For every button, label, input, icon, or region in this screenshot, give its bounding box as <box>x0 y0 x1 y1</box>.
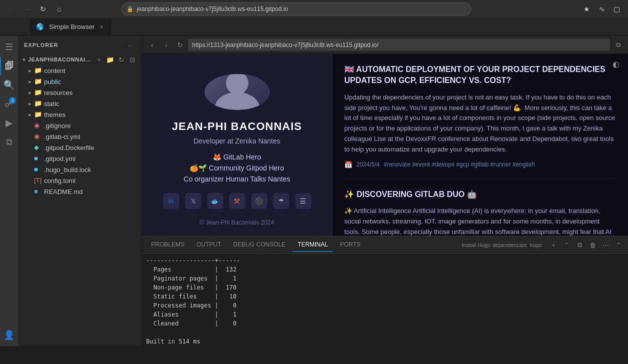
blog-post-1: 🇬🇧 AUTOMATIC DEPLOYMENT OF YOUR PROJECT … <box>344 64 616 179</box>
post-1-body: Updating the dependencies of your projec… <box>344 92 616 155</box>
profile-badges: 🦊 GitLab Hero 🍊🌱 Community Gitpod Hero C… <box>184 153 290 183</box>
collapse-all-button[interactable]: ⊟ <box>127 54 138 65</box>
terminal-actions: Install Hugo dependencies: hugo + ⌃ ⧉ 🗑 … <box>462 240 624 250</box>
blog-link[interactable]: ☰ <box>295 193 311 209</box>
theme-toggle-button[interactable]: ◐ <box>610 58 622 70</box>
terminal-tab-debug-console[interactable]: DEBUG CONSOLE <box>228 238 291 252</box>
tree-item-content[interactable]: ► 📁 content <box>18 65 142 76</box>
extensions-button[interactable]: ▢ <box>610 2 624 16</box>
folder-arrow-icon: ► <box>26 100 34 108</box>
terminal-tab-problems[interactable]: PROBLEMS <box>146 238 190 252</box>
chrome-right-buttons: ★ ∿ ▢ <box>580 2 624 16</box>
profile-title: Developer at Zenika Nantes <box>194 137 281 145</box>
chrome-refresh-button[interactable]: ↻ <box>36 2 50 16</box>
tree-label-content: content <box>44 67 138 74</box>
gitpod-yml-icon: ■ <box>34 154 42 162</box>
activity-search-button[interactable]: 🔍 <box>0 76 18 94</box>
rss-button[interactable]: ∿ <box>595 2 609 16</box>
tree-item-readme[interactable]: ► ■ README.md <box>18 186 142 197</box>
avatar-image <box>205 74 270 110</box>
tree-label-hugo-build: .hugo_build.lock <box>44 166 138 174</box>
tree-label-gitpod-docker: .gitpod.Dockerfile <box>44 144 138 152</box>
terminal-split-button[interactable]: ⧉ <box>574 240 585 250</box>
terminal-output: -------------------+------ Pages | 132 P… <box>146 256 624 346</box>
chrome-address-bar[interactable]: 🔒 jeanphibaco-jeanphibaco-v7j5j8u3c8r.ws… <box>121 2 471 16</box>
browser-toolbar: ‹ › ↻ ⧉ <box>142 36 628 54</box>
tree-item-gitpod-docker[interactable]: ► ◆ .gitpod.Dockerfile <box>18 142 142 153</box>
activity-explorer-button[interactable]: 🗐 <box>0 57 18 75</box>
new-file-button[interactable]: + <box>94 54 105 65</box>
badge-organizer: Co organizer Human Talks Nantes <box>184 175 290 183</box>
bookmark-button[interactable]: ★ <box>580 2 594 16</box>
tree-item-gitpod-yml[interactable]: ► ■ .gitpod.yml <box>18 153 142 164</box>
tree-item-themes[interactable]: ► 📁 themes <box>18 109 142 120</box>
browser-forward-button[interactable]: › <box>160 39 172 51</box>
tree-item-config-toml[interactable]: ► [T] config.toml <box>18 175 142 186</box>
tree-item-public[interactable]: ► 📁 public <box>18 76 142 87</box>
folder-arrow-icon: ► <box>26 78 34 86</box>
activity-bar: ☰ 🗐 🔍 ☍ 2 ▶ ⧉ 👤 <box>0 36 18 346</box>
github-link[interactable]: ☂ <box>273 193 289 209</box>
activity-menu-button[interactable]: ☰ <box>0 38 18 56</box>
folder-icon: 📁 <box>34 78 42 86</box>
mastodon-link[interactable]: 🐟 <box>207 193 223 209</box>
chrome-home-button[interactable]: ⌂ <box>52 2 66 16</box>
post-1-tags: #renovate #event #devops #gcp #gitlab #r… <box>384 161 535 168</box>
sidebar-header-actions: ··· <box>125 40 136 50</box>
terminal-chevron-up-button[interactable]: ⌃ <box>561 240 572 250</box>
linkedin-link[interactable]: in <box>163 193 179 209</box>
chrome-back-button[interactable]: ← <box>4 2 18 16</box>
chrome-forward-button[interactable]: → <box>20 2 34 16</box>
tree-item-static[interactable]: ► 📁 static <box>18 98 142 109</box>
terminal-tab-ports[interactable]: PORTS <box>335 238 365 252</box>
tree-item-resources[interactable]: ► 📁 resources <box>18 87 142 98</box>
sidebar-more-button[interactable]: ··· <box>125 40 136 50</box>
repo-header[interactable]: ▼ JEANPHIBACONNAIS.GITLAB.IO + 📁 ↻ ⊟ <box>18 54 142 65</box>
sidebar: Explorer ··· ▼ JEANPHIBACONNAIS.GITLAB.I… <box>18 36 142 346</box>
sidebar-header: Explorer ··· <box>18 36 142 54</box>
avatar <box>205 74 270 110</box>
browser-url-input[interactable] <box>188 39 610 51</box>
social-links: in 𝕏 🐟 ⚒ ⚫ ☂ ☰ <box>163 193 311 209</box>
terminal-trash-button[interactable]: 🗑 <box>587 240 598 250</box>
refresh-explorer-button[interactable]: ↻ <box>116 54 127 65</box>
terminal-tab-terminal[interactable]: TERMINAL <box>293 238 333 252</box>
twitter-link[interactable]: 𝕏 <box>185 193 201 209</box>
browser-back-button[interactable]: ‹ <box>146 39 158 51</box>
tab-label: Simple Browser <box>49 23 95 30</box>
terminal-more-button[interactable]: ⋯ <box>600 240 611 250</box>
folder-icon: 📁 <box>34 110 42 118</box>
terminal-panel: PROBLEMS OUTPUT DEBUG CONSOLE TERMINAL P… <box>142 236 628 346</box>
browser-refresh-button[interactable]: ↻ <box>174 39 186 51</box>
activity-account-button[interactable]: 👤 <box>0 326 18 344</box>
terminal-add-button[interactable]: + <box>548 240 559 250</box>
lock-icon: 🔒 <box>127 6 134 12</box>
activity-source-control-button[interactable]: ☍ 2 <box>0 95 18 113</box>
post-1-title: 🇬🇧 AUTOMATIC DEPLOYMENT OF YOUR PROJECT … <box>344 64 616 86</box>
hugo-build-icon: ■ <box>34 166 42 174</box>
activity-run-button[interactable]: ▶ <box>0 114 18 132</box>
new-folder-button[interactable]: 📁 <box>105 54 116 65</box>
badge-gitlab-hero: 🦊 GitLab Hero <box>213 153 261 161</box>
terminal-maximize-button[interactable]: ⌃ <box>613 240 624 250</box>
profile-panel: JEAN-PHI BACONNAIS Developer at Zenika N… <box>142 54 332 236</box>
badge-gitpod-hero: 🍊🌱 Community Gitpod Hero <box>190 164 284 172</box>
tree-item-hugo-build[interactable]: ► ■ .hugo_build.lock <box>18 164 142 175</box>
repo-arrow-icon: ▼ <box>20 56 28 64</box>
tree-label-resources: resources <box>44 89 138 96</box>
terminal-tab-output[interactable]: OUTPUT <box>192 238 226 252</box>
tab-close-button[interactable]: × <box>98 23 106 31</box>
gitlab-ci-icon: ◉ <box>34 132 42 140</box>
tree-item-gitlab-ci[interactable]: ► ◉ .gitlab-ci.yml <box>18 131 142 142</box>
mastodon2-link[interactable]: ⚒ <box>229 193 245 209</box>
readme-icon: ■ <box>34 188 42 196</box>
terminal-tabs: PROBLEMS OUTPUT DEBUG CONSOLE TERMINAL P… <box>142 236 628 254</box>
profile-name: JEAN-PHI BACONNAIS <box>172 120 302 133</box>
gitlab-link[interactable]: ⚫ <box>251 193 267 209</box>
tree-item-gitignore[interactable]: ► ◉ .gitignore <box>18 120 142 131</box>
browser-split-button[interactable]: ⧉ <box>612 39 624 51</box>
activity-extensions-button[interactable]: ⧉ <box>0 133 18 151</box>
content-panel[interactable]: ◐ 🇬🇧 AUTOMATIC DEPLOYMENT OF YOUR PROJEC… <box>332 54 628 236</box>
simple-browser-tab[interactable]: 🌎 Simple Browser × <box>30 18 112 36</box>
terminal-body[interactable]: -------------------+------ Pages | 132 P… <box>142 254 628 346</box>
